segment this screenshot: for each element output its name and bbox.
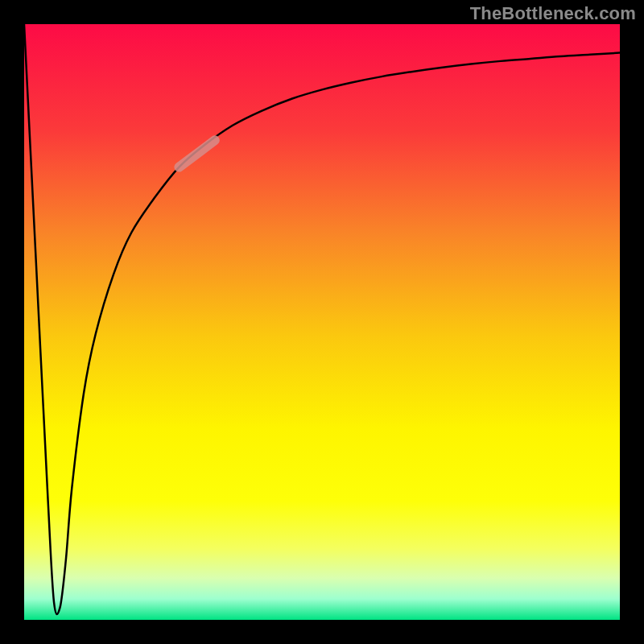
bottleneck-chart [24,24,620,620]
gradient-background [24,24,620,620]
chart-stage: TheBottleneck.com [0,0,644,644]
attribution-label: TheBottleneck.com [470,3,636,24]
